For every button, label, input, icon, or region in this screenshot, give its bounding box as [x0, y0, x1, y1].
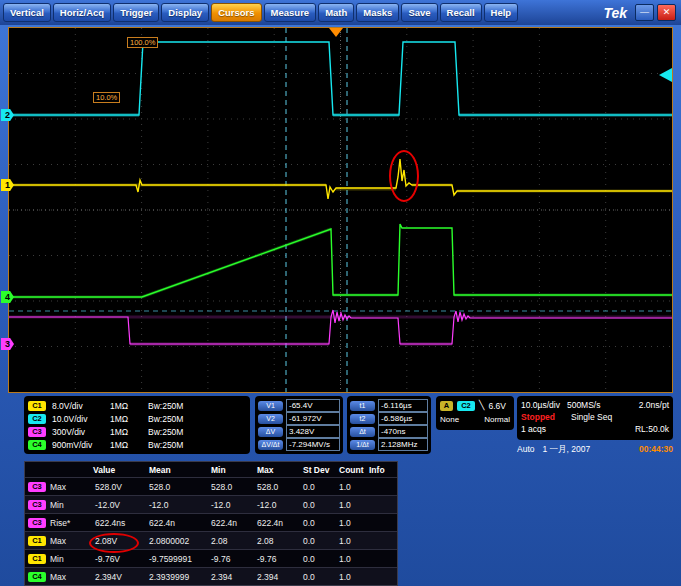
- voltage-cursor-value-v2: -61.972V: [286, 412, 340, 425]
- measurement-name: C3Min: [25, 500, 93, 510]
- channel-readout-c1: C18.0V/div1MΩBw:250M: [28, 399, 246, 412]
- minimize-button[interactable]: —: [635, 4, 654, 21]
- rise-ref-10-label: 10.0%: [93, 92, 120, 103]
- time-cursor-label-1-t: 1/Δt: [350, 440, 375, 450]
- measurement-count: 1.0: [339, 482, 369, 492]
- header-st-dev: St Dev: [303, 465, 339, 475]
- time-cursor-row-1-t: 1/Δt2.128MHz: [350, 438, 428, 451]
- c3-badge: C3: [28, 500, 46, 510]
- voltage-cursor-value--v-t: -7.294MV/s: [286, 438, 340, 451]
- measurement-max: -12.0: [257, 500, 303, 510]
- measurement-max: 2.08: [257, 536, 303, 546]
- measurement-stdev: 0.0: [303, 572, 339, 582]
- measurement-mean: 622.4n: [149, 518, 211, 528]
- measurement-min: 528.0: [211, 482, 257, 492]
- c3-scale: 300V/div: [52, 427, 104, 437]
- date-value: 1 一月, 2007: [543, 444, 591, 456]
- measurement-stdev: 0.0: [303, 518, 339, 528]
- measurement-min: 2.08: [211, 536, 257, 546]
- menu-cursors[interactable]: Cursors: [211, 3, 261, 22]
- annotation-ellipse: [389, 150, 419, 202]
- measurement-mean: -9.7599991: [149, 554, 211, 564]
- menu-recall[interactable]: Recall: [440, 3, 482, 22]
- measurement-row: C3Min-12.0V-12.0-12.0-12.00.01.0: [25, 495, 397, 513]
- close-button[interactable]: ✕: [657, 4, 676, 21]
- c2-bandwidth: Bw:250M: [148, 414, 183, 424]
- measurement-type: Max: [50, 482, 66, 492]
- menu-horiz-acq[interactable]: Horiz/Acq: [53, 3, 111, 22]
- time-cursor-value--t: -470ns: [378, 425, 428, 438]
- trigger-channel-badge: C2: [457, 401, 475, 411]
- voltage-cursor-value-v1: -65.4V: [286, 399, 340, 412]
- acquisition-state: Stopped: [521, 412, 555, 422]
- measurement-count: 1.0: [339, 554, 369, 564]
- c4-badge: C4: [28, 572, 46, 582]
- menu-display[interactable]: Display: [161, 3, 209, 22]
- measurement-value: -9.76V: [93, 554, 149, 564]
- measurement-value: 2.08V: [93, 536, 149, 546]
- measurement-type: Min: [50, 500, 64, 510]
- voltage-cursor-row--v-t: ΔV/Δt-7.294MV/s: [258, 438, 340, 451]
- channel-readout-c4: C4900mV/div1MΩBw:250M: [28, 438, 246, 451]
- measurement-name: C3Max: [25, 482, 93, 492]
- measurement-name: C4Max: [25, 572, 93, 582]
- c3-impedance: 1MΩ: [110, 427, 142, 437]
- c4-bandwidth: Bw:250M: [148, 440, 183, 450]
- tek-logo: Tek: [603, 5, 635, 21]
- voltage-cursor-label--v-t: ΔV/Δt: [258, 440, 283, 450]
- time-cursor-row-t1: t1-6.116µs: [350, 399, 428, 412]
- measurement-type: Max: [50, 536, 66, 546]
- time-cursor-value-1-t: 2.128MHz: [378, 438, 428, 451]
- measurement-count: 1.0: [339, 518, 369, 528]
- rise-ref-100-label: 100.0%: [127, 37, 158, 48]
- menu-trigger[interactable]: Trigger: [113, 3, 159, 22]
- trigger-mode: Normal: [484, 415, 510, 424]
- time-cursor-value-t2: -6.586µs: [378, 412, 428, 425]
- c1-badge: C1: [28, 536, 46, 546]
- acquisition-count: 1 acqs: [521, 424, 546, 434]
- c2-badge: C2: [28, 414, 46, 424]
- measurement-name: C1Max: [25, 536, 93, 546]
- sample-rate: 500MS/s: [567, 400, 601, 410]
- measurement-min: -12.0: [211, 500, 257, 510]
- voltage-cursor-panel: V1-65.4VV2-61.972VΔV3.428VΔV/Δt-7.294MV/…: [255, 396, 343, 454]
- measurement-row: C3Rise*622.4ns622.4n622.4n622.4n0.01.0: [25, 513, 397, 531]
- c3-badge: C3: [28, 518, 46, 528]
- trigger-level-arrow-icon[interactable]: [659, 68, 672, 82]
- measurement-value: -12.0V: [93, 500, 149, 510]
- channel-readout-c3: C3300V/div1MΩBw:250M: [28, 425, 246, 438]
- datetime-bar: Auto 1 一月, 2007 00:44:30: [517, 444, 673, 456]
- c1-bandwidth: Bw:250M: [148, 401, 183, 411]
- time-cursor-row-t2: t2-6.586µs: [350, 412, 428, 425]
- measurement-row: C3Max528.0V528.0528.0528.00.01.0: [25, 477, 397, 495]
- channel-settings-panel: C18.0V/div1MΩBw:250MC210.0V/div1MΩBw:250…: [24, 396, 250, 454]
- c4-impedance: 1MΩ: [110, 440, 142, 450]
- measurement-count: 1.0: [339, 536, 369, 546]
- menu-math[interactable]: Math: [318, 3, 354, 22]
- header-max: Max: [257, 465, 303, 475]
- measurement-header-row: ValueMeanMinMaxSt DevCountInfo: [25, 462, 397, 477]
- measurement-value: 528.0V: [93, 482, 149, 492]
- measurement-mean: 2.0800002: [149, 536, 211, 546]
- c2-impedance: 1MΩ: [110, 414, 142, 424]
- measurement-max: 2.394: [257, 572, 303, 582]
- measurement-value: 622.4ns: [93, 518, 149, 528]
- menu-vertical[interactable]: Vertical: [3, 3, 51, 22]
- c4-scale: 900mV/div: [52, 440, 104, 450]
- menu-masks[interactable]: Masks: [356, 3, 399, 22]
- horizontal-panel: 10.0µs/div 500MS/s 2.0ns/pt Stopped Sing…: [517, 396, 673, 440]
- waveform-display[interactable]: 100.0% 10.0%: [8, 27, 673, 393]
- measurement-min: 622.4n: [211, 518, 257, 528]
- menu-help[interactable]: Help: [484, 3, 519, 22]
- trigger-slope-icon: ╲: [479, 401, 484, 410]
- menu-save[interactable]: Save: [401, 3, 437, 22]
- measurement-name: C1Min: [25, 554, 93, 564]
- menu-items: VerticalHoriz/AcqTriggerDisplayCursorsMe…: [3, 3, 518, 22]
- record-length: RL:50.0k: [635, 424, 669, 434]
- c3-badge: C3: [28, 482, 46, 492]
- menu-measure[interactable]: Measure: [264, 3, 317, 22]
- header-count: Count: [339, 465, 369, 475]
- measurement-row: C1Max2.08V2.08000022.082.080.01.0: [25, 531, 397, 549]
- voltage-cursor-label--v: ΔV: [258, 427, 283, 437]
- measurement-stdev: 0.0: [303, 482, 339, 492]
